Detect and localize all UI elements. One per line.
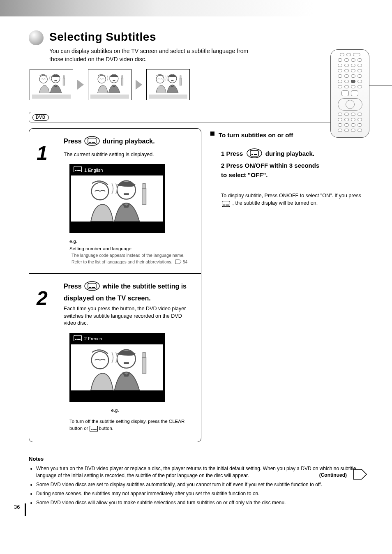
step-1-title: Press during playback.	[64, 136, 194, 148]
section-bullet-icon	[29, 30, 44, 45]
to-turn-off-heading: To turn subtitles on or off	[219, 131, 293, 139]
continued-arrow-icon	[353, 469, 367, 480]
remote-illustration: SUBTITLE	[330, 49, 369, 138]
step-2: 2 Press while the subtitle setting is di…	[29, 273, 201, 442]
bullet-square-icon	[210, 132, 214, 136]
notes-section: Notes When you turn on the DVD video pla…	[29, 455, 366, 506]
step-1: 1 Press during playback. The current sub…	[29, 129, 201, 273]
note-item: Some DVD video discs are set to display …	[36, 481, 366, 488]
arrow-right-icon	[77, 80, 84, 90]
subtitle-button-icon	[247, 148, 262, 160]
subtitle-thumbnail-row	[30, 69, 369, 100]
step-number: 2	[37, 289, 48, 308]
to-off-note: To display subtitle, Press ON/OFF to sel…	[221, 192, 369, 209]
tv-screenshot-2: 2 French	[69, 333, 165, 402]
subtitle-icon	[222, 201, 230, 209]
osd-text-1: 1 English	[84, 167, 103, 173]
step-2-description: Each time you press the button, the DVD …	[64, 305, 194, 327]
tv-screenshot-1: 1 English	[69, 164, 165, 233]
to-off-step-2-line1: 2 Press ON/OFF within 3 seconds	[221, 161, 369, 170]
subtitle-button-icon	[84, 281, 100, 293]
top-gradient-bar	[0, 0, 392, 16]
subtitle-osd-icon	[74, 166, 82, 174]
to-off-step-2-line2: to select "OFF".	[221, 171, 369, 179]
step-1-example: e.g. Setting number and language The lan…	[69, 238, 194, 265]
subtitle-button-icon	[84, 136, 100, 148]
page-title: Selecting Subtitles	[49, 29, 369, 45]
continued-label: (Continued)	[319, 472, 347, 479]
page-subtitle: You can display subtitles on the TV scre…	[49, 47, 263, 63]
step-2-title: Press while the subtitle setting is disp…	[64, 281, 194, 303]
remote-subtitle-button	[351, 80, 355, 83]
step-1-description: The current subtitle setting is displaye…	[64, 151, 194, 159]
step-2-example: e.g. To turn off the subtitle setting di…	[69, 407, 194, 434]
thumbnail-frame	[30, 69, 73, 100]
dvd-badge: DVD	[32, 114, 49, 121]
page-ref-icon	[175, 259, 182, 264]
subtitle-icon	[90, 427, 99, 432]
note-item: During some scenes, the subtitles may no…	[36, 490, 366, 497]
arrow-right-icon	[136, 80, 142, 90]
page-footer: 36	[0, 503, 392, 516]
disc-type-panel: DVD	[29, 112, 369, 122]
subtitle-osd-icon	[74, 335, 82, 343]
note-item: When you turn on the DVD video player or…	[36, 465, 366, 479]
to-off-step-1: 1 Press during playback.	[221, 148, 369, 160]
thumbnail-frame	[146, 69, 190, 100]
notes-heading: Notes	[29, 455, 366, 463]
thumbnail-frame	[88, 69, 131, 100]
osd-text-2: 2 French	[84, 336, 102, 342]
page-number: 36	[14, 503, 20, 511]
steps-panel: 1 Press during playback. The current sub…	[29, 128, 201, 442]
step-number: 1	[37, 143, 48, 163]
footer-divider	[25, 503, 26, 516]
